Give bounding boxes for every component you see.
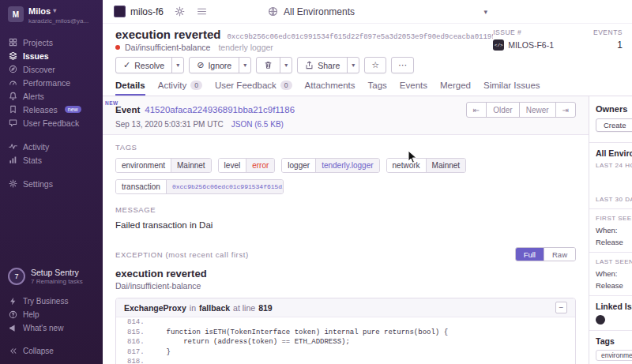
org-name: Milos bbox=[28, 6, 51, 16]
exception-heading: EXCEPTION (most recent call first) bbox=[115, 250, 249, 259]
message-text: Failed transaction in Dai bbox=[115, 220, 576, 230]
pulse-icon bbox=[8, 142, 17, 152]
setup-sentry[interactable]: 7 Setup Sentry 7 Remaining tasks bbox=[8, 268, 95, 285]
raw-view-button[interactable]: Raw bbox=[544, 248, 575, 261]
bar-chart-icon bbox=[8, 156, 17, 165]
sidebar-item-issues[interactable]: Issues bbox=[8, 49, 95, 62]
issue-culprit: Dai/insufficient-balance bbox=[125, 43, 210, 52]
sidebar-item-performance[interactable]: Performance bbox=[8, 76, 95, 89]
sidebar-item-activity[interactable]: Activity bbox=[8, 140, 95, 153]
tab-events[interactable]: Events bbox=[400, 81, 427, 96]
issue-header: execution reverted 0xcc9b256c06edc01c991… bbox=[103, 24, 632, 96]
issue-logger: tenderly logger bbox=[218, 43, 273, 52]
sidebar-item-releases[interactable]: Releases new bbox=[8, 103, 95, 116]
share-dropdown-button[interactable]: ▾ bbox=[347, 58, 359, 73]
environment-selector[interactable]: All Environments ▾ bbox=[268, 6, 487, 17]
sidebar-item-stats[interactable]: Stats bbox=[8, 153, 95, 167]
resolve-button[interactable]: ✓Resolve ▾ bbox=[115, 57, 184, 73]
more-options-button[interactable]: ⋯ bbox=[391, 57, 414, 73]
sidebar-item-projects[interactable]: Projects bbox=[8, 36, 95, 49]
mute-icon: ⊘ bbox=[197, 61, 204, 69]
event-column: NEW Event 41520afaca224936891bba21c9f118… bbox=[103, 96, 589, 364]
top-bar: milos-f6 All Environments ▾ bbox=[103, 0, 632, 24]
globe-icon bbox=[268, 6, 278, 17]
sidebar-item-alerts[interactable]: Alerts bbox=[8, 89, 95, 103]
tab-details[interactable]: Details bbox=[115, 81, 145, 96]
issue-tabs: Details Activity0 User Feedback0 Attachm… bbox=[115, 81, 619, 96]
issue-actions: ✓Resolve ▾ ⊘Ignore ▾ ▾ Share ▾ ☆ ⋯ bbox=[115, 57, 619, 73]
issue-short-id[interactable]: MILOS-F6-1 bbox=[508, 40, 554, 50]
projects-icon bbox=[8, 38, 17, 47]
try-business-link[interactable]: Try Business bbox=[8, 295, 95, 308]
new-badge: new bbox=[65, 106, 81, 113]
bookmark-star-button[interactable]: ☆ bbox=[364, 57, 386, 73]
tab-similar-issues[interactable]: Similar Issues bbox=[483, 81, 540, 96]
source-context: 814. 815. function isETH(TokenInterface … bbox=[116, 317, 575, 364]
event-id-link[interactable]: 41520afaca224936891bba21c9f1186 bbox=[145, 105, 295, 114]
help-link[interactable]: Help bbox=[8, 308, 95, 321]
tag-logger[interactable]: loggertenderly.logger bbox=[281, 158, 379, 173]
first-event-button[interactable]: ⇤ bbox=[467, 103, 486, 117]
newer-event-button[interactable]: Newer bbox=[519, 103, 555, 117]
sidebar-item-settings[interactable]: Settings bbox=[8, 177, 95, 190]
setup-progress-ring: 7 bbox=[8, 268, 25, 285]
older-event-button[interactable]: Older bbox=[486, 103, 518, 117]
tab-tags[interactable]: Tags bbox=[368, 81, 387, 96]
resolve-dropdown-button[interactable]: ▾ bbox=[171, 58, 183, 73]
main-area: milos-f6 All Environments ▾ execution re… bbox=[103, 0, 632, 364]
event-json-link[interactable]: JSON (6.5 KB) bbox=[231, 120, 284, 129]
sidebar-item-user-feedback[interactable]: User Feedback bbox=[8, 116, 95, 129]
code-line: 818. bbox=[116, 357, 575, 364]
sidebar-nav: Projects Issues Discover Performance Ale… bbox=[0, 36, 103, 190]
github-icon[interactable] bbox=[596, 315, 605, 325]
share-button[interactable]: Share ▾ bbox=[297, 57, 359, 73]
ignore-button[interactable]: ⊘Ignore ▾ bbox=[189, 57, 251, 73]
delete-button[interactable]: ▾ bbox=[256, 57, 292, 73]
chevron-down-icon: ▾ bbox=[483, 8, 487, 16]
tag-level[interactable]: levelerror bbox=[218, 158, 276, 173]
tag-environment[interactable]: environmentMainnet bbox=[115, 158, 212, 173]
stack-frame-header[interactable]: ExchangeProxy in fallback at line 819 − bbox=[116, 298, 575, 317]
double-chevron-left-icon bbox=[8, 347, 17, 356]
last-seen-label: LAST SEEN bbox=[596, 258, 632, 265]
tab-user-feedback[interactable]: User Feedback0 bbox=[215, 81, 292, 96]
full-view-button[interactable]: Full bbox=[516, 248, 544, 261]
tags-section: TAGS environmentMainnet levelerror logge… bbox=[103, 135, 589, 194]
issue-meta: ISSUE # </> MILOS-F6-1 EVENTS 1 bbox=[493, 28, 623, 51]
exception-value: Dai/insufficient-balance bbox=[115, 281, 576, 291]
stacktrace: ExchangeProxy in fallback at line 819 − … bbox=[115, 298, 576, 364]
collapse-frame-button[interactable]: − bbox=[555, 302, 567, 313]
app-window: M Milos▾ karadzic_milos@ya... Projects I… bbox=[0, 0, 632, 364]
last-30d-label: LAST 30 DAYS bbox=[596, 196, 632, 203]
tab-merged[interactable]: Merged bbox=[440, 81, 471, 96]
linked-issues-heading: Linked Issues bbox=[596, 302, 632, 311]
ignore-dropdown-button[interactable]: ▾ bbox=[239, 58, 250, 73]
org-email: karadzic_milos@ya... bbox=[28, 17, 88, 24]
tab-activity[interactable]: Activity0 bbox=[158, 81, 202, 96]
new-event-badge: NEW bbox=[105, 100, 118, 106]
project-settings-gear-icon[interactable] bbox=[173, 6, 186, 18]
check-icon: ✓ bbox=[123, 61, 130, 69]
sidebar-item-discover[interactable]: Discover bbox=[8, 62, 95, 76]
menu-icon[interactable] bbox=[195, 6, 208, 18]
create-ownership-rule-button[interactable]: Create bbox=[596, 118, 632, 132]
delete-dropdown-button[interactable]: ▾ bbox=[280, 58, 292, 73]
project-selector[interactable]: milos-f6 bbox=[114, 6, 164, 17]
bell-icon bbox=[8, 92, 17, 101]
whats-new-link[interactable]: What's new bbox=[8, 321, 95, 335]
sidebar-bottom: 7 Setup Sentry 7 Remaining tasks Try Bus… bbox=[0, 268, 103, 358]
org-switcher[interactable]: M Milos▾ karadzic_milos@ya... bbox=[0, 6, 103, 24]
help-icon bbox=[8, 310, 17, 320]
releases-icon bbox=[8, 105, 17, 114]
tag-transaction[interactable]: transaction0xcc9b256c06edc01c991534f615d… bbox=[115, 179, 284, 194]
star-icon: ☆ bbox=[371, 61, 379, 69]
last-event-button[interactable]: ⇥ bbox=[555, 103, 575, 117]
environment-tag-pill[interactable]: environment bbox=[596, 350, 632, 361]
events-count[interactable]: 1 bbox=[593, 39, 623, 51]
sidebar: M Milos▾ karadzic_milos@ya... Projects I… bbox=[0, 0, 103, 364]
first-seen-release: Release bbox=[596, 238, 632, 246]
tab-attachments[interactable]: Attachments bbox=[305, 81, 356, 96]
tag-network[interactable]: networkMainnet bbox=[386, 158, 467, 173]
collapse-sidebar-button[interactable]: Collapse bbox=[8, 344, 95, 358]
issue-title: execution reverted bbox=[115, 28, 220, 41]
